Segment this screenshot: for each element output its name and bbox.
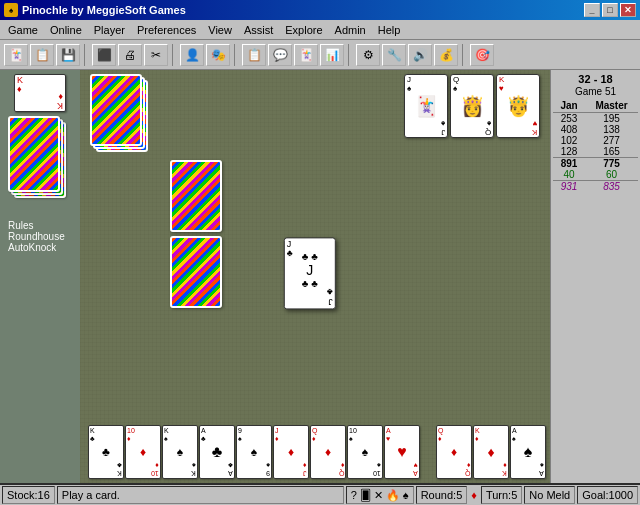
score-row-2: 408 138	[553, 124, 638, 135]
menu-help[interactable]: Help	[372, 22, 407, 38]
menu-admin[interactable]: Admin	[329, 22, 372, 38]
toolbar-sep1	[84, 44, 88, 66]
window-title: Pinochle by MeggieSoft Games	[22, 4, 584, 16]
hand-card-a-hearts[interactable]: A♥ A♥ ♥	[384, 425, 420, 479]
toolbar-player2[interactable]: 🎭	[206, 44, 230, 66]
toolbar-sep5	[462, 44, 466, 66]
hand-card-j-dia[interactable]: J♦ J♦ ♦	[273, 425, 309, 479]
hand-card-k-spades[interactable]: K♠ K♠ ♠	[162, 425, 198, 479]
col-master: Master	[585, 99, 638, 113]
score-row-5: 891 775	[553, 158, 638, 170]
toolbar-sep3	[234, 44, 238, 66]
app-icon: ♠	[4, 3, 18, 17]
menu-explore[interactable]: Explore	[279, 22, 328, 38]
opp-card-q-spades: Q♠ 👸 Q♠	[450, 74, 494, 138]
autoknock-label: AutoKnock	[8, 242, 72, 253]
toolbar-settings[interactable]: ⚙	[356, 44, 380, 66]
right-card-k-dia: K♦ K♦ ♦	[473, 425, 509, 479]
menu-player[interactable]: Player	[88, 22, 131, 38]
toolbar-money[interactable]: 💰	[434, 44, 458, 66]
toolbar-sound[interactable]: 🔊	[408, 44, 432, 66]
title-bar: ♠ Pinochle by MeggieSoft Games _ □ ✕	[0, 0, 640, 20]
toolbar-btn5[interactable]: 🖨	[118, 44, 142, 66]
cross-icon: ✕	[374, 489, 383, 502]
toolbar-player[interactable]: 👤	[180, 44, 204, 66]
toolbar-sep2	[172, 44, 176, 66]
toolbar-settings2[interactable]: 🔧	[382, 44, 406, 66]
hand-card-10-dia[interactable]: 10♦ 10♦ ♦	[125, 425, 161, 479]
hand-card-k-clubs[interactable]: K♣ K♣ ♣	[88, 425, 124, 479]
score-header-teams: 32 - 18	[553, 72, 638, 86]
close-button[interactable]: ✕	[620, 3, 636, 17]
menu-bar: Game Online Player Preferences View Assi…	[0, 20, 640, 40]
right-opponent-hand: Q♦ Q♦ ♦ K♦ K♦ ♦ A♠ A♠ ♠	[436, 425, 546, 479]
hand-card-9-spades[interactable]: 9♠ 9♠ ♠	[236, 425, 272, 479]
score-table: Jan Master 253 195 408 138 102 277	[553, 99, 638, 192]
player-hand: K♣ K♣ ♣ 10♦ 10♦ ♦ K♠ K♠ ♠ A♣ A♣ ♣	[88, 425, 420, 479]
right-card-q-dia: Q♦ Q♦ ♦	[436, 425, 472, 479]
hand-card-a-clubs[interactable]: A♣ A♣ ♣	[199, 425, 235, 479]
round-diamond: ♦	[471, 489, 477, 501]
toolbar-bid[interactable]: 💬	[268, 44, 292, 66]
maximize-button[interactable]: □	[602, 3, 618, 17]
fire-icon: 🔥	[386, 489, 400, 502]
status-stock: Stock:16	[2, 486, 55, 504]
status-icons: ? 🂠 ✕ 🔥 ♠	[346, 486, 414, 504]
toolbar-sep4	[348, 44, 352, 66]
score-row-7: 931 835	[553, 181, 638, 193]
menu-game[interactable]: Game	[2, 22, 44, 38]
score-row-3: 102 277	[553, 135, 638, 146]
toolbar: 🃏 📋 💾 ⬛ 🖨 ✂ 👤 🎭 📋 💬 🃏 📊 ⚙ 🔧 🔊 💰 🎯	[0, 40, 640, 70]
main-area: K♦ K♦ Rules Roundhouse AutoKnock	[0, 70, 640, 483]
col-jan: Jan	[553, 99, 585, 113]
corner-card[interactable]: K♦ K♦	[14, 74, 66, 112]
toolbar-chip[interactable]: 🎯	[470, 44, 494, 66]
score-panel: 32 - 18 Game 51 Jan Master 253 195 408 1…	[550, 70, 640, 483]
status-turn: Turn:5	[481, 486, 522, 504]
opponent-played-cards: J♠ 🃏 J♠ Q♠ 👸 Q♠ K♥ 🤴 K♥	[404, 74, 540, 138]
status-message: Play a card.	[57, 486, 344, 504]
toolbar-save[interactable]: 💾	[56, 44, 80, 66]
score-row-4: 128 165	[553, 146, 638, 158]
toolbar-new[interactable]: 🃏	[4, 44, 28, 66]
help-icon[interactable]: ?	[351, 489, 357, 501]
sidebar-card-stack	[8, 116, 72, 216]
toolbar-deal[interactable]: 🃏	[294, 44, 318, 66]
score-subheader: Game 51	[553, 86, 638, 97]
menu-assist[interactable]: Assist	[238, 22, 279, 38]
toolbar-stats[interactable]: 📊	[320, 44, 344, 66]
menu-preferences[interactable]: Preferences	[131, 22, 202, 38]
toolbar-open[interactable]: 📋	[30, 44, 54, 66]
hand-card-10-spades[interactable]: 10♠ 10♠ ♠	[347, 425, 383, 479]
left-played-stack	[170, 160, 222, 308]
opp-card-j-spades: J♠ 🃏 J♠	[404, 74, 448, 138]
roundhouse-label: Roundhouse	[8, 231, 72, 242]
card-icon: 🂠	[360, 489, 371, 502]
rules-label: Rules	[8, 220, 72, 231]
toolbar-info[interactable]: 📋	[242, 44, 266, 66]
score-row-6: 40 60	[553, 169, 638, 181]
status-round: Round:5	[416, 486, 468, 504]
toolbar-btn4[interactable]: ⬛	[92, 44, 116, 66]
center-card[interactable]: J♣ ♣ ♣ J ♣ ♣ J♣	[284, 237, 336, 309]
hand-card-q-dia[interactable]: Q♦ Q♦ ♦	[310, 425, 346, 479]
status-bar: Stock:16 Play a card. ? 🂠 ✕ 🔥 ♠ Round:5 …	[0, 483, 640, 505]
toolbar-btn6[interactable]: ✂	[144, 44, 168, 66]
sidebar-rules[interactable]: Rules Roundhouse AutoKnock	[8, 220, 72, 253]
left-sidebar: K♦ K♦ Rules Roundhouse AutoKnock	[0, 70, 80, 483]
minimize-button[interactable]: _	[584, 3, 600, 17]
status-meld: No Meld	[524, 486, 575, 504]
spade-icon: ♠	[403, 489, 409, 501]
opp-card-k-hearts: K♥ 🤴 K♥	[496, 74, 540, 138]
right-card-a-spades: A♠ A♠ ♠	[510, 425, 546, 479]
menu-view[interactable]: View	[202, 22, 238, 38]
status-goal: Goal:1000	[577, 486, 638, 504]
top-deck-stack	[90, 74, 154, 154]
game-table[interactable]: J♠ 🃏 J♠ Q♠ 👸 Q♠ K♥ 🤴 K♥ J♣	[80, 70, 550, 483]
score-row-1: 253 195	[553, 113, 638, 125]
menu-online[interactable]: Online	[44, 22, 88, 38]
